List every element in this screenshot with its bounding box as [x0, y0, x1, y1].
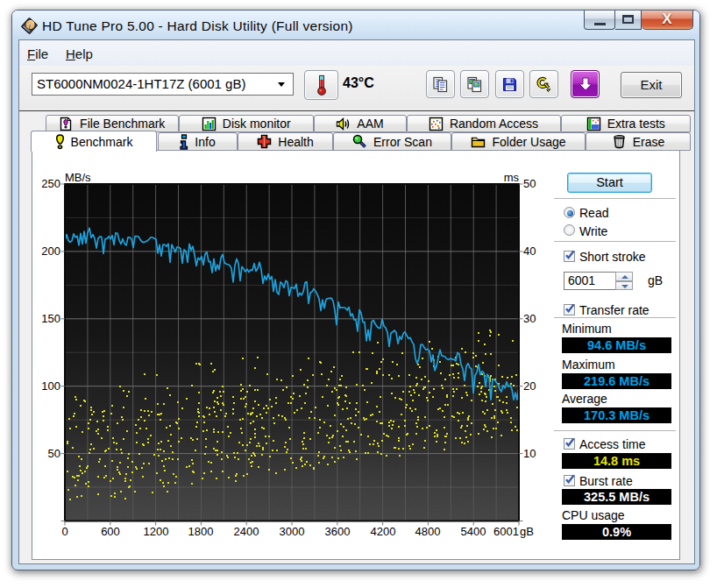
svg-text:50: 50 [523, 177, 536, 190]
svg-text:100: 100 [41, 379, 60, 393]
svg-text:4200: 4200 [371, 525, 396, 538]
svg-text:40: 40 [523, 244, 536, 258]
svg-text:50: 50 [48, 447, 60, 460]
svg-text:200: 200 [41, 244, 60, 258]
svg-text:MB/s: MB/s [65, 171, 91, 184]
svg-text:1200: 1200 [144, 525, 169, 538]
svg-text:ms: ms [504, 171, 520, 184]
svg-text:1800: 1800 [188, 525, 214, 538]
svg-text:20: 20 [523, 379, 536, 393]
svg-text:30: 30 [523, 312, 536, 325]
svg-text:0: 0 [61, 525, 67, 538]
svg-text:150: 150 [41, 312, 60, 325]
svg-text:2400: 2400 [234, 525, 259, 538]
svg-text:250: 250 [41, 177, 60, 190]
svg-text:600: 600 [101, 525, 120, 538]
svg-text:3000: 3000 [280, 525, 305, 538]
svg-text:10: 10 [523, 447, 536, 460]
svg-text:4800: 4800 [415, 525, 441, 538]
svg-text:3600: 3600 [325, 525, 351, 538]
svg-text:gB: gB [520, 525, 534, 538]
svg-text:6001: 6001 [493, 525, 519, 538]
svg-text:5400: 5400 [461, 525, 486, 538]
